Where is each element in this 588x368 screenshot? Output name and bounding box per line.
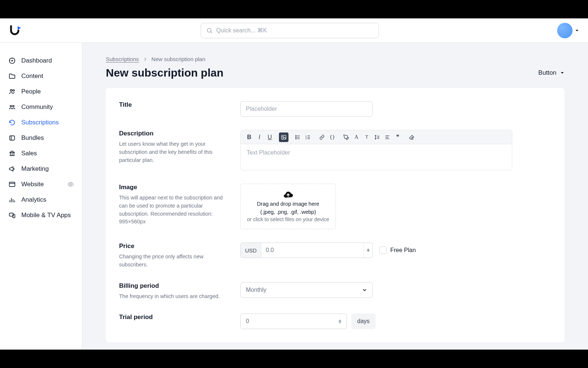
field-help-description: Let users know what they get in your sub… (119, 140, 226, 164)
trial-unit: days (351, 314, 376, 329)
search-input[interactable]: Quick search... ⌘K (201, 23, 379, 38)
sidebar-item-label: Sales (21, 150, 37, 157)
sidebar-item-marketing[interactable]: Marketing (4, 161, 78, 177)
field-label-billing: Billing period (119, 282, 226, 290)
search-icon (206, 27, 213, 34)
svg-text:3: 3 (305, 138, 306, 140)
font-button[interactable]: A (352, 132, 361, 142)
sidebar-item-label: Marketing (21, 165, 49, 173)
chevron-down-icon (362, 287, 367, 293)
sidebar-item-community[interactable]: Community (4, 99, 78, 115)
quote-button[interactable]: ❞ (393, 132, 402, 142)
trial-input[interactable]: 0 (240, 314, 347, 329)
svg-rect-24 (282, 135, 286, 139)
sidebar-item-bundles[interactable]: Bundles (4, 130, 78, 146)
sidebar-item-label: Community (21, 103, 53, 111)
chevron-up-icon (338, 319, 341, 321)
highlight-button[interactable] (341, 132, 351, 142)
topbar: Quick search... ⌘K (0, 18, 588, 43)
field-help-billing: The frequency in which users are charged… (119, 293, 226, 301)
dropzone-title: Drag and drop image here (247, 201, 330, 207)
field-label-title: Title (119, 101, 226, 109)
breadcrumb-parent[interactable]: Subscriptions (106, 56, 139, 62)
field-label-price: Price (119, 243, 226, 250)
profile-menu[interactable] (557, 23, 579, 38)
sidebar-item-label: Dashboard (21, 57, 52, 64)
svg-point-25 (283, 136, 284, 137)
editor-toolbar: B I U (241, 130, 512, 144)
breadcrumb-current: New subscription plan (151, 56, 205, 62)
page-title: New subscription plan (106, 67, 223, 79)
sidebar-item-dashboard[interactable]: Dashboard (4, 53, 78, 68)
checkbox-icon (379, 247, 387, 254)
sidebar-item-people[interactable]: People (4, 84, 78, 99)
chevron-right-icon (143, 57, 147, 61)
field-label-trial: Trial period (119, 314, 226, 321)
underline-button[interactable]: U (265, 132, 275, 142)
browser-icon (8, 180, 16, 188)
image-dropzone[interactable]: Drag and drop image here (.jpeg, .png, .… (240, 184, 336, 229)
svg-point-7 (12, 105, 14, 107)
price-input[interactable] (261, 243, 363, 258)
price-stepper[interactable] (363, 243, 372, 258)
sidebar-item-content[interactable]: Content (4, 68, 78, 84)
sidebar-item-label: Content (21, 72, 43, 80)
svg-point-0 (207, 28, 211, 32)
sidebar-item-analytics[interactable]: Analytics (4, 192, 78, 208)
text-button[interactable]: T (362, 132, 372, 142)
sidebar-item-subscriptions[interactable]: Subscriptions (4, 115, 78, 130)
title-input[interactable] (240, 101, 373, 117)
code-button[interactable]: {} (327, 132, 337, 142)
avatar (557, 23, 573, 38)
dropzone-subtitle: or click to select files on your device (247, 216, 330, 222)
main-content: Subscriptions New subscription plan New … (82, 43, 588, 350)
trial-stepper[interactable] (338, 319, 341, 323)
billing-period-select[interactable]: Monthly (240, 282, 373, 298)
svg-point-6 (10, 105, 12, 107)
svg-point-4 (10, 89, 12, 91)
bold-button[interactable]: B (244, 132, 254, 142)
free-plan-checkbox[interactable]: Free Plan (379, 247, 416, 254)
numbered-list-button[interactable]: 123 (303, 132, 313, 142)
svg-point-30 (295, 138, 296, 139)
sidebar-item-label: Analytics (21, 196, 46, 204)
italic-button[interactable]: I (255, 132, 264, 142)
community-icon (8, 103, 16, 111)
bar-chart-icon (8, 196, 16, 204)
form-card: Title Description Let users know what th… (106, 88, 564, 342)
caret-down-icon (575, 28, 579, 33)
svg-line-1 (211, 32, 212, 33)
megaphone-icon (8, 165, 16, 173)
eye-icon (67, 181, 74, 188)
chevron-down-icon (338, 322, 341, 323)
sidebar-item-label: Mobile & TV Apps (21, 212, 71, 219)
field-help-price: Changing the price only affects new subs… (119, 253, 226, 269)
eraser-button[interactable] (407, 132, 416, 142)
svg-rect-15 (10, 182, 15, 187)
sidebar-item-label: Bundles (21, 134, 44, 142)
field-label-image: Image (119, 184, 226, 191)
billing-period-value: Monthly (246, 287, 266, 293)
align-button[interactable] (383, 132, 392, 142)
bullet-list-button[interactable] (293, 132, 302, 142)
svg-point-5 (13, 90, 14, 91)
cloud-upload-icon (283, 191, 293, 199)
description-textarea[interactable]: Text Placeholder (241, 144, 512, 170)
chevron-down-icon (367, 250, 370, 252)
svg-point-26 (295, 135, 296, 136)
link-button[interactable] (317, 132, 327, 142)
target-icon (8, 57, 16, 65)
sidebar-item-website[interactable]: Website (4, 177, 78, 192)
bundle-icon (8, 134, 16, 142)
sidebar-item-sales[interactable]: Sales (4, 146, 78, 161)
field-help-image: This will appear next to the subscriptio… (119, 194, 226, 226)
sidebar-item-label: Website (21, 181, 44, 188)
sidebar: Dashboard Content People Community (0, 43, 82, 350)
line-height-button[interactable] (372, 132, 382, 142)
sidebar-item-apps[interactable]: Mobile & TV Apps (4, 208, 78, 223)
action-button[interactable]: Button (538, 69, 564, 77)
logo[interactable] (9, 25, 22, 36)
field-label-description: Description (119, 130, 226, 137)
trial-value: 0 (246, 318, 249, 325)
image-button[interactable] (279, 132, 288, 142)
